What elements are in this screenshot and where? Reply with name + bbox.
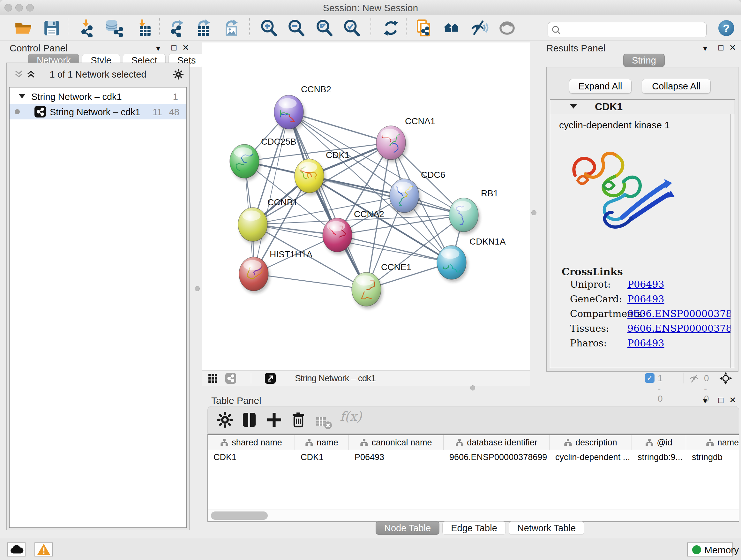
apply-layout-button[interactable]: [382, 19, 400, 37]
warnings-button[interactable]: [35, 543, 53, 557]
tab-string[interactable]: String: [623, 54, 665, 67]
hidden-eye-icon[interactable]: [689, 374, 699, 383]
detach-view-icon[interactable]: [265, 373, 276, 384]
network-row-selected[interactable]: String Network – cdk1 11 48: [10, 104, 186, 119]
open-session-button[interactable]: [14, 19, 32, 37]
tab-edge-table[interactable]: Edge Table: [442, 521, 506, 535]
column-header-name[interactable]: name: [295, 435, 349, 450]
table-cell[interactable]: CDK1: [295, 450, 349, 464]
network-selection-bar: 1 of 1 Network selected: [7, 63, 189, 86]
birdseye-nav-icon[interactable]: [719, 372, 732, 385]
network-canvas[interactable]: CCNB2CCNA1CDC25BCDK1CDC6RB1CCNB1CCNA2CDK…: [202, 43, 530, 370]
table-options-gear-icon[interactable]: [216, 411, 234, 429]
zoom-fit-button[interactable]: [315, 19, 334, 37]
crosslink-link[interactable]: 9606.ENSP00000378699: [627, 323, 731, 334]
collection-expander-icon[interactable]: [18, 94, 25, 98]
column-header-@id[interactable]: @id: [632, 435, 686, 450]
first-neighbors-button[interactable]: [442, 19, 461, 37]
hscroll-thumb[interactable]: [211, 511, 268, 520]
node-section-header[interactable]: CDK1: [550, 100, 735, 114]
memory-button[interactable]: Memory: [687, 543, 733, 557]
zoom-in-button[interactable]: [260, 19, 278, 37]
node-ccna1[interactable]: CCNA1: [376, 116, 435, 162]
right-splitter-handle[interactable]: [531, 210, 536, 215]
edge[interactable]: [289, 112, 366, 289]
table-panel-close-icon[interactable]: ✕: [729, 395, 736, 405]
table-hscrollbar[interactable]: [208, 509, 739, 521]
selected-checkbox-icon[interactable]: ✓: [645, 373, 655, 383]
tab-node-table[interactable]: Node Table: [376, 521, 440, 535]
zoom-out-button[interactable]: [287, 19, 306, 37]
import-network-file-button[interactable]: [77, 19, 96, 37]
help-button[interactable]: ?: [718, 19, 736, 38]
results-panel-float-menu-icon[interactable]: ▾: [703, 44, 707, 53]
crosslink-link[interactable]: 9606.ENSP00000378699: [627, 308, 731, 319]
node-gloss: [356, 275, 374, 286]
table-cell[interactable]: P06493: [349, 450, 444, 464]
create-column-icon[interactable]: [265, 411, 283, 429]
export-image-button[interactable]: [222, 19, 240, 37]
automation-cloud-button[interactable]: [7, 543, 25, 557]
column-header-description[interactable]: description: [549, 435, 632, 450]
edge[interactable]: [337, 235, 452, 262]
string-view-icon[interactable]: [225, 373, 236, 384]
node-cdkn1a[interactable]: CDKN1A: [437, 237, 506, 282]
results-panel-float-icon[interactable]: □: [718, 43, 724, 52]
table-panel-float-icon[interactable]: □: [718, 395, 724, 405]
control-panel-float-menu-icon[interactable]: ▾: [156, 44, 160, 53]
export-network-button[interactable]: [167, 19, 186, 37]
results-scrollbar[interactable]: [731, 114, 735, 368]
save-session-button[interactable]: [43, 19, 61, 37]
expand-all-button[interactable]: Expand All: [569, 79, 631, 94]
show-all-button[interactable]: [498, 19, 516, 37]
toolbar-separator: [159, 18, 160, 37]
import-table-button[interactable]: [134, 19, 152, 37]
crosslink-label: Uniprot:: [570, 279, 611, 290]
delete-column-icon[interactable]: [289, 411, 307, 429]
node-hist1h1a[interactable]: HIST1H1A: [239, 249, 313, 294]
bottom-splitter-handle[interactable]: [470, 385, 475, 390]
export-table-button[interactable]: [194, 19, 212, 37]
table-row[interactable]: CDK1CDK1P064939606.ENSP00000378699cyclin…: [208, 450, 739, 464]
crosslink-link[interactable]: P06493: [627, 294, 664, 305]
column-header-namespace[interactable]: namespace: [686, 435, 739, 450]
control-panel-float-icon[interactable]: □: [172, 43, 177, 52]
column-header-database-identifier[interactable]: database identifier: [444, 435, 549, 450]
network-tree: String Network – cdk1 1 String Network –…: [9, 87, 187, 528]
hide-selected-button[interactable]: [470, 19, 488, 37]
show-columns-icon[interactable]: [240, 411, 258, 429]
results-panel-close-icon[interactable]: ✕: [729, 43, 736, 52]
network-options-gear-icon[interactable]: [173, 69, 184, 80]
network-collection-row[interactable]: String Network – cdk1 1: [10, 89, 186, 104]
node-ccnb1[interactable]: CCNB1: [238, 197, 298, 244]
table-cell[interactable]: 9606.ENSP00000378699: [444, 450, 549, 464]
left-splitter-handle[interactable]: [195, 286, 200, 291]
new-network-from-selection-button[interactable]: [415, 19, 433, 37]
zoom-selected-button[interactable]: [343, 19, 361, 37]
table-panel-float-menu-icon[interactable]: ▾: [703, 396, 707, 406]
crosslink-link[interactable]: P06493: [627, 279, 664, 290]
network-label: String Network – cdk1: [50, 107, 140, 118]
table-cell[interactable]: stringdb:9...: [632, 450, 686, 464]
node-ccne1[interactable]: CCNE1: [352, 262, 411, 309]
network-selected-status: 1 of 1 Network selected: [7, 69, 189, 80]
collapse-all-button[interactable]: Collapse All: [642, 79, 711, 94]
control-panel-close-icon[interactable]: ✕: [182, 43, 189, 52]
table-cell[interactable]: CDK1: [208, 450, 295, 464]
node-rb1[interactable]: RB1: [449, 188, 498, 234]
table-cell[interactable]: stringdb: [686, 450, 739, 464]
column-header-shared-name[interactable]: shared name: [208, 435, 295, 450]
crosslink-link[interactable]: P06493: [627, 337, 664, 349]
string-results-panel: Expand All Collapse All CDK1 cyclin-depe…: [546, 67, 738, 372]
results-panel-tabs: String: [623, 54, 668, 67]
section-expander-icon[interactable]: [570, 104, 577, 109]
tab-network-table[interactable]: Network Table: [509, 521, 584, 535]
column-header-canonical-name[interactable]: canonical name: [349, 435, 444, 450]
search-input[interactable]: [563, 23, 702, 35]
grid-view-icon[interactable]: [208, 374, 218, 383]
crosslink-row: Compartments:9606.ENSP00000378699: [550, 308, 731, 323]
edge[interactable]: [254, 274, 366, 289]
column-shared-icon: [645, 438, 654, 447]
table-cell[interactable]: cyclin-dependent ...: [549, 450, 632, 464]
import-network-database-button[interactable]: [105, 19, 123, 37]
